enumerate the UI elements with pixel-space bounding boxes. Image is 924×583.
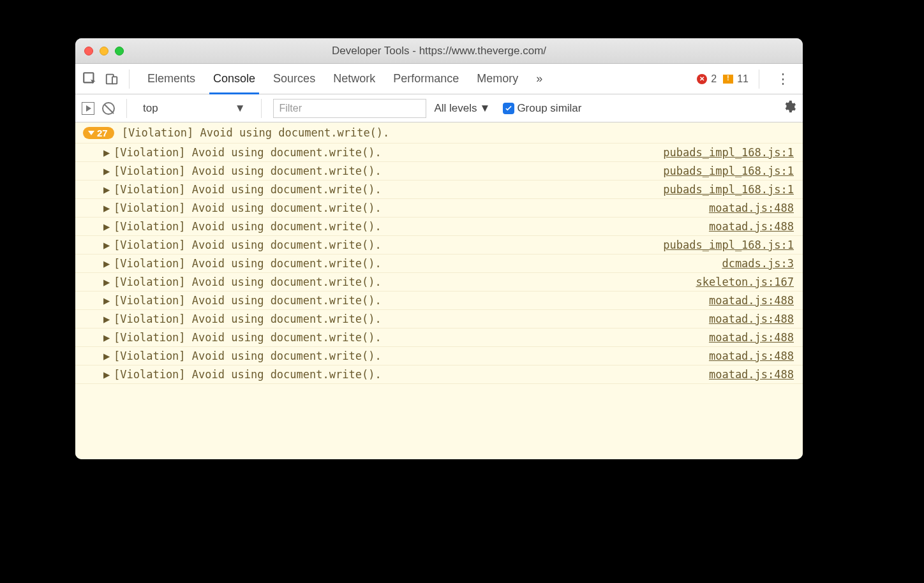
log-message: [Violation] Avoid using document.write()… xyxy=(114,313,382,325)
minimize-window-button[interactable] xyxy=(100,47,108,55)
checkbox-checked-icon xyxy=(503,103,514,114)
window-title: Developer Tools - https://www.theverge.c… xyxy=(75,45,803,57)
group-similar-label: Group similar xyxy=(517,102,581,115)
disclosure-triangle-icon[interactable]: ▶ xyxy=(103,313,110,325)
log-source-link[interactable]: moatad.js:488 xyxy=(709,313,794,325)
chevron-down-icon: ▼ xyxy=(480,102,491,115)
filter-input[interactable] xyxy=(273,99,426,118)
separator xyxy=(126,99,127,118)
log-message: [Violation] Avoid using document.write()… xyxy=(114,276,382,288)
tab-memory[interactable]: Memory xyxy=(468,64,527,94)
disclosure-triangle-icon[interactable]: ▶ xyxy=(103,183,110,196)
log-row[interactable]: ▶[Violation] Avoid using document.write(… xyxy=(75,181,803,199)
log-source-link[interactable]: pubads_impl_168.js:1 xyxy=(663,183,794,196)
disclosure-triangle-icon[interactable]: ▶ xyxy=(103,294,110,307)
log-source-link[interactable]: skeleton.js:167 xyxy=(696,276,794,288)
log-message: [Violation] Avoid using document.write()… xyxy=(114,220,382,233)
disclosure-triangle-icon[interactable]: ▶ xyxy=(103,202,110,214)
tab-network[interactable]: Network xyxy=(324,64,384,94)
log-message: [Violation] Avoid using document.write()… xyxy=(114,331,382,344)
console-body: 27 [Violation] Avoid using document.writ… xyxy=(75,122,803,459)
titlebar: Developer Tools - https://www.theverge.c… xyxy=(75,38,803,64)
log-levels-label: All levels xyxy=(434,102,477,115)
devtools-window: Developer Tools - https://www.theverge.c… xyxy=(75,38,803,459)
clear-console-icon[interactable] xyxy=(102,102,115,115)
execution-context-icon[interactable] xyxy=(82,102,94,115)
console-toolbar: top ▼ All levels ▼ Group similar xyxy=(75,94,803,122)
chevron-down-icon: ▼ xyxy=(235,102,246,115)
group-count: 27 xyxy=(97,128,108,138)
warning-count: 11 xyxy=(737,73,749,85)
log-row[interactable]: ▶[Violation] Avoid using document.write(… xyxy=(75,218,803,236)
panel-tabs: ElementsConsoleSourcesNetworkPerformance… xyxy=(138,64,527,94)
log-message: [Violation] Avoid using document.write()… xyxy=(114,239,382,251)
error-badge[interactable]: 2 xyxy=(697,73,717,85)
log-source-link[interactable]: pubads_impl_168.js:1 xyxy=(663,165,794,177)
disclosure-triangle-icon[interactable]: ▶ xyxy=(103,220,110,233)
log-row[interactable]: ▶[Violation] Avoid using document.write(… xyxy=(75,365,803,384)
log-row[interactable]: ▶[Violation] Avoid using document.write(… xyxy=(75,328,803,347)
disclosure-triangle-icon[interactable]: ▶ xyxy=(103,146,110,159)
log-row[interactable]: ▶[Violation] Avoid using document.write(… xyxy=(75,162,803,181)
tab-elements[interactable]: Elements xyxy=(138,64,204,94)
log-source-link[interactable]: moatad.js:488 xyxy=(709,331,794,344)
inspect-element-icon[interactable] xyxy=(82,71,98,87)
disclosure-triangle-icon[interactable]: ▶ xyxy=(103,368,110,381)
log-source-link[interactable]: moatad.js:488 xyxy=(709,368,794,381)
tab-console[interactable]: Console xyxy=(204,64,264,94)
console-settings-icon[interactable] xyxy=(782,100,796,117)
disclosure-triangle-icon[interactable]: ▶ xyxy=(103,165,110,177)
log-row[interactable]: ▶[Violation] Avoid using document.write(… xyxy=(75,310,803,328)
log-source-link[interactable]: moatad.js:488 xyxy=(709,220,794,233)
log-source-link[interactable]: pubads_impl_168.js:1 xyxy=(663,239,794,251)
log-row[interactable]: ▶[Violation] Avoid using document.write(… xyxy=(75,236,803,255)
error-icon xyxy=(697,74,707,84)
disclosure-triangle-icon[interactable]: ▶ xyxy=(103,257,110,270)
log-levels-selector[interactable]: All levels ▼ xyxy=(434,102,490,115)
log-list: ▶[Violation] Avoid using document.write(… xyxy=(75,144,803,384)
chevron-down-icon xyxy=(88,131,94,135)
disclosure-triangle-icon[interactable]: ▶ xyxy=(103,331,110,344)
zoom-window-button[interactable] xyxy=(115,47,124,55)
context-selector[interactable]: top ▼ xyxy=(138,100,250,117)
separator xyxy=(759,70,759,89)
log-row[interactable]: ▶[Violation] Avoid using document.write(… xyxy=(75,255,803,273)
log-row[interactable]: ▶[Violation] Avoid using document.write(… xyxy=(75,199,803,218)
context-selector-value: top xyxy=(143,102,158,115)
disclosure-triangle-icon[interactable]: ▶ xyxy=(103,350,110,362)
log-source-link[interactable]: pubads_impl_168.js:1 xyxy=(663,146,794,159)
more-tabs-icon[interactable]: » xyxy=(532,72,546,85)
disclosure-triangle-icon[interactable]: ▶ xyxy=(103,276,110,288)
separator xyxy=(129,70,130,89)
error-count: 2 xyxy=(711,73,717,85)
group-similar-toggle[interactable]: Group similar xyxy=(503,102,581,115)
log-source-link[interactable]: moatad.js:488 xyxy=(709,294,794,307)
group-count-badge: 27 xyxy=(83,127,114,139)
close-window-button[interactable] xyxy=(84,47,93,55)
log-source-link[interactable]: dcmads.js:3 xyxy=(722,257,794,270)
log-message: [Violation] Avoid using document.write()… xyxy=(114,165,382,177)
log-message: [Violation] Avoid using document.write()… xyxy=(114,146,382,159)
disclosure-triangle-icon[interactable]: ▶ xyxy=(103,239,110,251)
log-row[interactable]: ▶[Violation] Avoid using document.write(… xyxy=(75,347,803,365)
warning-icon xyxy=(723,75,733,84)
log-message: [Violation] Avoid using document.write()… xyxy=(114,350,382,362)
settings-menu-icon[interactable]: ⋮ xyxy=(770,71,796,87)
log-message: [Violation] Avoid using document.write()… xyxy=(114,183,382,196)
log-row[interactable]: ▶[Violation] Avoid using document.write(… xyxy=(75,292,803,310)
log-source-link[interactable]: moatad.js:488 xyxy=(709,350,794,362)
warning-badge[interactable]: 11 xyxy=(723,73,749,85)
log-group-header[interactable]: 27 [Violation] Avoid using document.writ… xyxy=(75,122,803,144)
log-row[interactable]: ▶[Violation] Avoid using document.write(… xyxy=(75,144,803,162)
tab-performance[interactable]: Performance xyxy=(384,64,468,94)
log-message: [Violation] Avoid using document.write()… xyxy=(114,257,382,270)
log-row[interactable]: ▶[Violation] Avoid using document.write(… xyxy=(75,273,803,292)
devtools-tabbar: ElementsConsoleSourcesNetworkPerformance… xyxy=(75,64,803,94)
window-controls xyxy=(75,47,124,55)
tab-sources[interactable]: Sources xyxy=(264,64,324,94)
toggle-device-toolbar-icon[interactable] xyxy=(103,71,120,87)
log-message: [Violation] Avoid using document.write()… xyxy=(114,202,382,214)
svg-rect-2 xyxy=(112,77,117,84)
log-source-link[interactable]: moatad.js:488 xyxy=(709,202,794,214)
log-message: [Violation] Avoid using document.write()… xyxy=(114,368,382,381)
